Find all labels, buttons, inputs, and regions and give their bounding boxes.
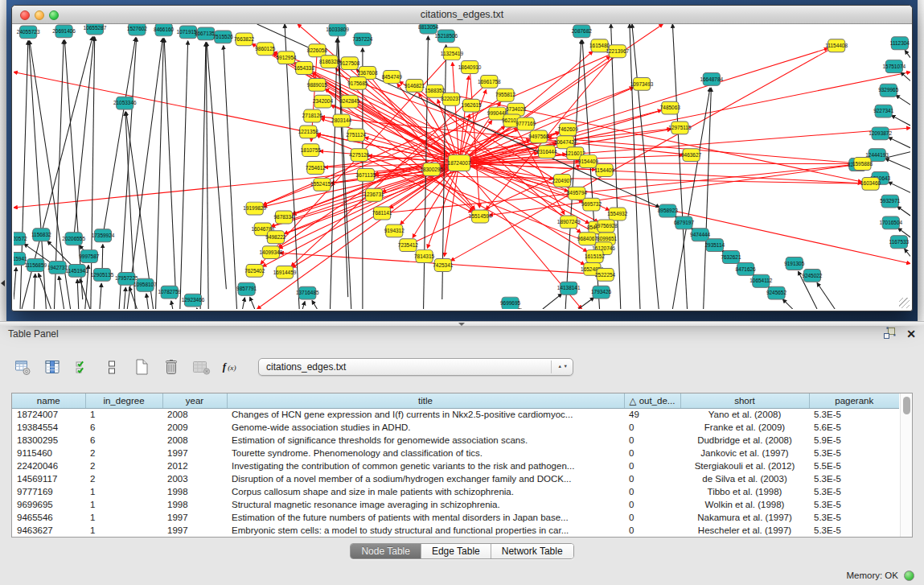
network-node[interactable]: 1810755 bbox=[301, 144, 322, 157]
network-edge[interactable] bbox=[896, 95, 910, 105]
network-node[interactable]: 17359924 bbox=[92, 229, 115, 242]
network-node[interactable]: 11154408 bbox=[825, 39, 848, 52]
table-cell[interactable]: Stergiakouli et al. (2012) bbox=[680, 459, 809, 472]
network-node[interactable]: 9242845 bbox=[339, 95, 360, 108]
table-cell[interactable]: 2009 bbox=[162, 421, 227, 434]
network-node[interactable]: 12975115 bbox=[668, 122, 692, 134]
network-node[interactable]: 16914459 bbox=[273, 266, 297, 278]
network-node[interactable]: 12093872 bbox=[869, 127, 892, 140]
network-node[interactable]: 1156832 bbox=[31, 229, 51, 241]
table-cell[interactable]: 1998 bbox=[162, 498, 227, 511]
network-node[interactable]: 9997587 bbox=[79, 250, 100, 263]
network-node[interactable]: 8958923 bbox=[658, 204, 679, 217]
table-cell[interactable]: 5.3E-5 bbox=[809, 447, 899, 459]
network-node[interactable]: 2342004 bbox=[313, 95, 334, 108]
table-cell[interactable]: 5.3E-5 bbox=[809, 472, 899, 485]
network-node[interactable]: 5932971 bbox=[880, 195, 901, 208]
table-cell[interactable]: Tourette syndrome. Phenomenology and cla… bbox=[227, 447, 624, 459]
network-edge[interactable] bbox=[100, 283, 101, 309]
network-edge[interactable] bbox=[124, 287, 125, 309]
table-cell[interactable]: 5.3E-5 bbox=[809, 408, 899, 421]
network-edge[interactable] bbox=[257, 163, 459, 309]
network-node[interactable]: 12905135 bbox=[91, 268, 114, 281]
table-cell[interactable]: 1 bbox=[85, 524, 162, 537]
table-cell[interactable]: 1 bbox=[85, 498, 162, 511]
table-cell[interactable]: 0 bbox=[624, 421, 680, 434]
network-node[interactable]: 9127508 bbox=[339, 57, 360, 70]
network-node[interactable]: 7515526 bbox=[213, 31, 234, 43]
network-node[interactable]: 19756928 bbox=[594, 220, 618, 233]
network-node[interactable]: 8186328 bbox=[319, 56, 340, 68]
network-node[interactable]: 10782759 bbox=[158, 286, 181, 299]
table-cell[interactable]: 1997 bbox=[162, 447, 227, 459]
tab-network-table[interactable]: Network Table bbox=[491, 544, 573, 558]
network-edge[interactable] bbox=[171, 301, 173, 309]
network-edge[interactable] bbox=[331, 39, 338, 309]
table-cell[interactable]: Investigating the contribution of common… bbox=[227, 459, 624, 472]
network-edge[interactable] bbox=[39, 274, 51, 309]
network-edge[interactable] bbox=[224, 46, 237, 309]
row-options-icon[interactable] bbox=[102, 358, 121, 376]
column-header-in_degree[interactable]: in_degree bbox=[85, 393, 162, 408]
network-node[interactable]: 7235412 bbox=[398, 239, 419, 252]
column-header-year[interactable]: year bbox=[162, 393, 227, 408]
network-node[interactable]: 1793426 bbox=[591, 286, 612, 299]
network-node[interactable]: 19199829 bbox=[243, 202, 266, 215]
delete-column-icon[interactable] bbox=[162, 358, 181, 376]
network-node[interactable]: 9878334 bbox=[273, 211, 294, 224]
table-cell[interactable]: 19384554 bbox=[12, 421, 85, 434]
network-node[interactable]: 9699695 bbox=[500, 297, 521, 309]
network-edge[interactable] bbox=[304, 68, 598, 222]
function-builder-icon[interactable]: f(x) bbox=[221, 358, 240, 376]
table-cell[interactable]: Hescheler et al. (1997) bbox=[680, 524, 809, 537]
table-cell[interactable]: Embryonic stem cells: a model to study s… bbox=[227, 524, 624, 537]
network-node[interactable]: 9245652 bbox=[766, 286, 787, 299]
network-node[interactable]: 7663822 bbox=[234, 33, 255, 46]
network-edge[interactable] bbox=[302, 302, 305, 309]
table-cell[interactable]: Disruption of a novel member of a sodium… bbox=[227, 472, 624, 485]
table-cell[interactable]: Estimation of significance thresholds fo… bbox=[227, 434, 624, 447]
table-row[interactable]: 1456911722003Disruption of a novel membe… bbox=[12, 472, 899, 485]
network-node[interactable]: 9329965 bbox=[878, 84, 899, 97]
table-cell[interactable]: 0 bbox=[624, 498, 680, 511]
table-cell[interactable]: 5.3E-5 bbox=[809, 485, 899, 498]
network-edge[interactable] bbox=[445, 163, 459, 257]
table-cell[interactable]: Franke et al. (2009) bbox=[680, 421, 809, 434]
network-edge[interactable] bbox=[91, 37, 95, 309]
table-row[interactable]: 1938455462009Genome-wide association stu… bbox=[12, 421, 899, 434]
table-cell[interactable]: Corpus callosum shape and size in male p… bbox=[227, 485, 624, 498]
table-cell[interactable]: 9777169 bbox=[12, 485, 85, 498]
network-node[interactable]: 1167533 bbox=[889, 236, 910, 249]
network-node[interactable]: 14099348 bbox=[260, 246, 283, 259]
network-node[interactable]: 16033809 bbox=[326, 24, 349, 36]
tab-edge-table[interactable]: Edge Table bbox=[421, 544, 491, 558]
network-node[interactable]: 15524151 bbox=[310, 178, 334, 191]
network-node[interactable]: 10958107 bbox=[133, 278, 157, 291]
network-node[interactable]: 7625402 bbox=[244, 264, 265, 277]
table-cell[interactable]: 0 bbox=[624, 459, 680, 472]
network-node[interactable]: 7681141 bbox=[372, 207, 392, 220]
network-node[interactable]: 1595888 bbox=[852, 158, 873, 171]
network-edge[interactable] bbox=[338, 39, 348, 297]
table-scrollbar[interactable] bbox=[900, 393, 912, 537]
network-node[interactable]: 20691406 bbox=[52, 25, 76, 38]
network-node[interactable]: 12923466 bbox=[182, 294, 205, 307]
select-columns-icon[interactable] bbox=[72, 358, 92, 376]
table-cell[interactable]: 0 bbox=[624, 511, 680, 524]
network-edge[interactable] bbox=[885, 159, 910, 169]
table-cell[interactable]: 5.9E-5 bbox=[809, 434, 899, 447]
table-row[interactable]: 1830029562008Estimation of significance … bbox=[12, 434, 899, 447]
network-node[interactable]: 1962615 bbox=[462, 99, 483, 112]
network-node[interactable]: 9695732 bbox=[581, 198, 602, 211]
network-node[interactable]: 13716485 bbox=[296, 286, 319, 299]
network-edge[interactable] bbox=[146, 294, 149, 309]
table-cell[interactable]: Jankovic et al. (1997) bbox=[680, 447, 809, 459]
table-cell[interactable]: de Silva et al. (2003) bbox=[680, 472, 809, 485]
network-node[interactable]: 21053346 bbox=[113, 97, 137, 109]
table-cell[interactable]: 9463627 bbox=[12, 524, 85, 537]
network-node[interactable]: 9175685 bbox=[347, 76, 368, 89]
column-header-out_de[interactable]: △ out_de... bbox=[624, 393, 680, 408]
network-node[interactable]: 18640910 bbox=[458, 61, 482, 74]
column-header-title[interactable]: title bbox=[227, 393, 624, 408]
network-node[interactable]: 18300295 bbox=[420, 163, 443, 176]
